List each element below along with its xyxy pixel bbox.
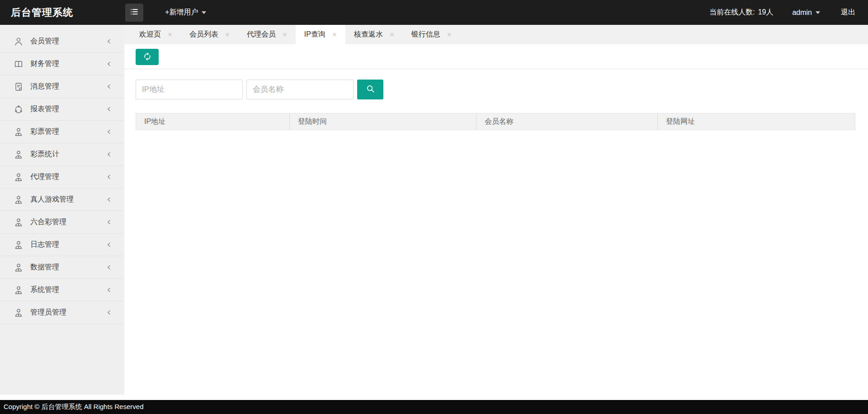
sidebar-item[interactable]: 数据管理 (0, 256, 124, 279)
chevron-left-icon (106, 264, 113, 271)
logout-button[interactable]: 退出 (841, 8, 855, 17)
content-area: 欢迎页×会员列表×代理会员×IP查询×核查返水×银行信息× (124, 25, 868, 400)
user-icon (14, 37, 24, 47)
tab-close-icon[interactable]: × (447, 31, 452, 38)
toolbar-divider (124, 69, 868, 69)
tab-bar: 欢迎页×会员列表×代理会员×IP查询×核查返水×银行信息× (124, 25, 868, 44)
sidebar-toggle-button[interactable] (125, 4, 143, 22)
search-button[interactable] (357, 80, 383, 99)
tab-5[interactable]: 银行信息× (403, 25, 460, 44)
tab-1[interactable]: 会员列表× (181, 25, 238, 44)
hamburger-list-icon (129, 7, 139, 19)
sidebar-item[interactable]: 代理管理 (0, 166, 124, 188)
sidebar-item[interactable]: 彩票管理 (0, 121, 124, 143)
user-tie-icon (14, 285, 24, 295)
user-tie-icon (14, 172, 24, 182)
sidebar-item-label: 财务管理 (30, 59, 106, 69)
finance-book-icon (14, 59, 24, 69)
online-count-value: 19人 (758, 8, 774, 17)
column-header: 登陆时间 (289, 113, 476, 130)
table-body (136, 130, 855, 148)
chevron-left-icon (106, 174, 113, 180)
column-header: 会员名称 (476, 113, 657, 130)
user-menu[interactable]: admin (792, 9, 820, 17)
footer: Copyright © 后台管理系统 All Rights Reserved (0, 400, 868, 414)
chevron-down-icon (816, 11, 820, 14)
sidebar-item[interactable]: 管理员管理 (0, 301, 124, 324)
tab-close-icon[interactable]: × (283, 31, 287, 38)
sidebar-item-label: 报表管理 (30, 104, 106, 114)
top-bar: 后台管理系统 +新增用户 当前在线人数: 19人 admin 退出 (0, 0, 868, 25)
sidebar-item[interactable]: 彩票统计 (0, 143, 124, 166)
chevron-left-icon (106, 219, 113, 226)
ip-address-input[interactable] (136, 80, 243, 99)
sidebar-item-label: 彩票管理 (30, 127, 106, 136)
ip-query-table: IP地址登陆时间会员名称登陆网址 (136, 113, 855, 148)
sidebar-item-label: 数据管理 (30, 263, 106, 272)
sidebar-item-label: 系统管理 (30, 285, 106, 295)
chevron-down-icon (202, 11, 206, 14)
sidebar-item-label: 真人游戏管理 (30, 195, 106, 204)
sidebar-item-label: 六合彩管理 (30, 217, 106, 227)
sidebar-item[interactable]: 报表管理 (0, 98, 124, 121)
tab-label: 代理会员 (247, 30, 276, 39)
chevron-left-icon (106, 61, 113, 67)
admin-app: 后台管理系统 +新增用户 当前在线人数: 19人 admin 退出 会员管理财务… (0, 0, 868, 414)
toolbar (124, 44, 868, 69)
tab-label: 银行信息 (411, 30, 440, 39)
tab-close-icon[interactable]: × (225, 31, 230, 38)
username: admin (792, 9, 812, 17)
tab-4[interactable]: 核查返水× (345, 25, 403, 44)
sidebar-item[interactable]: 会员管理 (0, 30, 124, 53)
member-name-input[interactable] (246, 80, 354, 99)
user-tie-icon (14, 150, 24, 160)
chevron-left-icon (106, 83, 113, 90)
sidebar-item-label: 彩票统计 (30, 150, 106, 159)
search-icon (365, 84, 376, 95)
sidebar-item-label: 会员管理 (30, 37, 106, 46)
chevron-left-icon (106, 196, 113, 203)
tab-0[interactable]: 欢迎页× (131, 25, 181, 44)
sidebar-item[interactable]: 系统管理 (0, 279, 124, 301)
sidebar-item[interactable]: 真人游戏管理 (0, 188, 124, 211)
report-share-icon (14, 104, 24, 114)
chevron-left-icon (106, 241, 113, 248)
tab-close-icon[interactable]: × (390, 31, 394, 38)
main-area: 会员管理财务管理消息管理报表管理彩票管理彩票统计代理管理真人游戏管理六合彩管理日… (0, 25, 868, 400)
online-count-label: 当前在线人数: (709, 8, 755, 17)
chevron-left-icon (106, 38, 113, 45)
add-user-dropdown[interactable]: +新增用户 (165, 8, 206, 17)
chevron-left-icon (106, 287, 113, 293)
sidebar-item[interactable]: 财务管理 (0, 53, 124, 75)
sidebar-item-label: 代理管理 (30, 172, 106, 182)
sidebar-item[interactable]: 六合彩管理 (0, 211, 124, 234)
sidebar-item[interactable]: 日志管理 (0, 234, 124, 256)
chevron-left-icon (106, 309, 113, 316)
user-tie-icon (14, 217, 24, 227)
chevron-left-icon (106, 128, 113, 135)
sidebar-menu: 会员管理财务管理消息管理报表管理彩票管理彩票统计代理管理真人游戏管理六合彩管理日… (0, 25, 124, 395)
sidebar-item-label: 管理员管理 (30, 308, 106, 317)
tab-close-icon[interactable]: × (168, 31, 172, 38)
refresh-icon (143, 52, 152, 62)
chevron-left-icon (106, 151, 113, 158)
column-header: 登陆网址 (657, 113, 855, 130)
tab-close-icon[interactable]: × (332, 31, 337, 38)
sidebar-item[interactable]: 消息管理 (0, 75, 124, 98)
tab-label: 会员列表 (189, 30, 218, 39)
search-form (136, 80, 868, 99)
online-count: 当前在线人数: 19人 (709, 8, 773, 17)
sidebar-item-label: 日志管理 (30, 240, 106, 249)
chevron-left-icon (106, 106, 113, 113)
user-tie-icon (14, 263, 24, 273)
refresh-button[interactable] (136, 49, 159, 65)
column-header: IP地址 (136, 113, 289, 130)
app-title: 后台管理系统 (0, 6, 125, 19)
table-header-row: IP地址登陆时间会员名称登陆网址 (136, 113, 855, 130)
tab-3[interactable]: IP查询× (296, 25, 345, 44)
tab-label: 核查返水 (354, 30, 383, 39)
tab-label: IP查询 (304, 30, 326, 39)
tab-2[interactable]: 代理会员× (238, 25, 296, 44)
user-tie-icon (14, 308, 24, 318)
tab-label: 欢迎页 (139, 30, 161, 39)
